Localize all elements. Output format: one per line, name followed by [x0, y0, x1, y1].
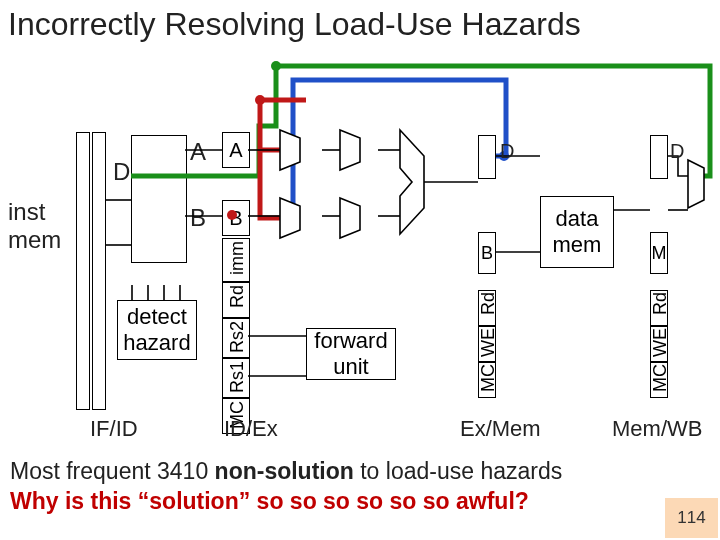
exmem-D-slot — [478, 135, 496, 179]
svg-point-2 — [255, 95, 265, 105]
stage-ifid: IF/ID — [90, 416, 138, 442]
footer-line-1: Most frequent 3410 non-solution to load-… — [10, 458, 562, 485]
data-mem: data mem — [540, 196, 614, 268]
footer-1b: non-solution — [215, 458, 354, 484]
svg-marker-6 — [340, 130, 360, 170]
svg-marker-4 — [280, 130, 300, 170]
memwb-we: WE — [650, 326, 668, 362]
memwb-M: M — [650, 232, 668, 274]
stage-idex: ID/Ex — [224, 416, 278, 442]
exmem-rd: Rd — [478, 290, 496, 326]
memwb-mc: MC — [650, 362, 668, 398]
svg-marker-9 — [688, 160, 704, 208]
stage-memwb: Mem/WB — [612, 416, 702, 442]
exmem-B: B — [478, 232, 496, 274]
slide: Incorrectly Resolving Load-Use Hazards i… — [0, 0, 720, 540]
D2: D — [500, 140, 514, 163]
exmem-we: WE — [478, 326, 496, 362]
svg-point-3 — [227, 210, 237, 220]
footer-1a: Most frequent 3410 — [10, 458, 215, 484]
exmem-mc: MC — [478, 362, 496, 398]
memwb-rd: Rd — [650, 290, 668, 326]
footer-line-2: Why is this “solution” so so so so so so… — [10, 488, 529, 515]
stage-exmem: Ex/Mem — [460, 416, 541, 442]
memwb-D-slot — [650, 135, 668, 179]
D3: D — [670, 140, 684, 163]
svg-point-0 — [271, 61, 281, 71]
svg-marker-8 — [400, 130, 424, 234]
page-number: 114 — [665, 498, 718, 538]
svg-marker-7 — [340, 198, 360, 238]
svg-marker-5 — [280, 198, 300, 238]
footer-1c: to load-use hazards — [354, 458, 562, 484]
